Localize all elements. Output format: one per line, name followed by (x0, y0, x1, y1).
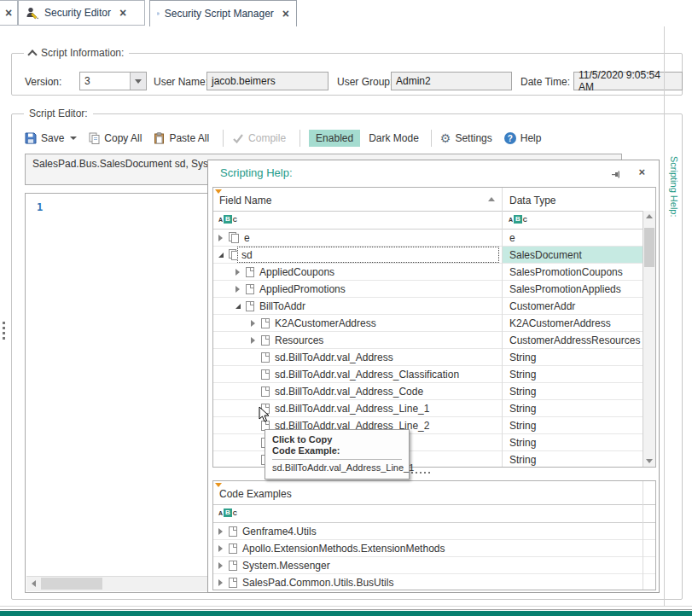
table-row[interactable]: sd.BillToAddr.val_Address_Code String (213, 383, 655, 400)
settings-button[interactable]: ⚙ Settings (440, 132, 492, 144)
tab-label: Security Editor (44, 7, 111, 19)
settings-label: Settings (455, 132, 491, 144)
table-row[interactable]: System.Messenger (213, 557, 655, 574)
page-icon (246, 301, 254, 311)
sort-ascending-icon (488, 197, 495, 201)
collapse-icon[interactable] (236, 304, 241, 309)
expand-icon[interactable] (218, 528, 223, 535)
close-icon[interactable]: × (282, 8, 289, 20)
data-type-cell: CustomerAddressResources (509, 334, 640, 346)
page-icon (261, 369, 270, 380)
panel-splitter-handle[interactable] (411, 472, 430, 474)
vertical-scrollbar[interactable] (643, 211, 655, 467)
scrollbar-thumb[interactable] (644, 228, 654, 267)
user-name-value: jacob.beimers (212, 75, 276, 87)
column-divider (643, 481, 643, 590)
expand-icon[interactable] (218, 545, 223, 552)
table-row[interactable]: Genframe4.Utils (213, 523, 655, 540)
tooltip-title: Click to Copy (272, 434, 402, 445)
tab-security-script-manager[interactable]: Security Script Manager × (149, 0, 297, 26)
table-row[interactable]: AppliedCoupons SalesPromotionCoupons (213, 264, 655, 281)
expand-icon[interactable] (251, 320, 255, 327)
close-icon[interactable]: × (119, 7, 126, 19)
page-icon (229, 578, 237, 588)
chevron-down-icon (135, 79, 142, 84)
dropdown-button[interactable] (130, 73, 146, 90)
pin-icon[interactable] (611, 170, 621, 179)
scripting-help-dock-tab[interactable]: Scripting Help: (669, 156, 679, 218)
auto-filter-row[interactable]: ABC ABC (213, 212, 655, 230)
column-header-code-examples[interactable]: Code Examples (219, 488, 292, 500)
scroll-up-icon[interactable] (646, 214, 653, 218)
table-row[interactable]: sd.BillToAddr.val_Address_Classification… (213, 366, 655, 383)
expand-icon[interactable] (218, 235, 223, 241)
table-row[interactable]: Resources CustomerAddressResources (213, 332, 655, 349)
filter-triangle-icon[interactable] (215, 189, 222, 194)
left-splitter-handle[interactable] (3, 322, 5, 340)
user-name-field[interactable]: jacob.beimers (206, 72, 329, 90)
help-button[interactable]: ? Help (504, 132, 542, 144)
page-icon (261, 335, 270, 346)
page-icon (229, 543, 237, 554)
version-label: Version: (25, 76, 61, 88)
close-icon[interactable]: × (5, 7, 12, 19)
save-button[interactable]: Save (25, 132, 77, 144)
data-type-cell: String (509, 403, 536, 415)
table-row[interactable]: K2ACustomerAddress K2ACustomerAddress (213, 315, 655, 332)
auto-filter-row[interactable]: ABC (213, 505, 655, 523)
chevron-down-icon[interactable] (70, 137, 77, 140)
table-row-hovered[interactable]: sd.BillToAddr.val_Address_Line_1 String (213, 400, 655, 417)
table-row[interactable]: sd.BillToAddr.val_Address String (213, 349, 655, 366)
filter-triangle-icon[interactable] (215, 483, 222, 487)
version-value: 3 (80, 75, 130, 87)
expand-icon[interactable] (251, 337, 255, 344)
version-select[interactable]: 3 (79, 72, 147, 90)
compile-button[interactable]: Compile (232, 132, 286, 144)
column-header-field-name[interactable]: Field Name (219, 195, 271, 206)
table-row[interactable]: e e (213, 230, 655, 247)
collapse-icon[interactable] (218, 253, 224, 258)
page-icon (261, 352, 270, 363)
scrollbar-thumb[interactable] (41, 578, 102, 590)
focused-cell[interactable]: sd (237, 247, 499, 263)
page-icon (246, 284, 254, 294)
table-row[interactable]: AppliedPromotions SalesPromotionApplieds (213, 281, 655, 298)
page-icon (261, 386, 270, 397)
table-row[interactable]: BillToAddr CustomerAddr (213, 298, 655, 315)
expand-icon[interactable] (236, 286, 240, 293)
copy-all-button[interactable]: Copy All (89, 132, 142, 144)
scroll-down-icon[interactable] (646, 459, 653, 463)
collapse-chevron-icon[interactable] (27, 49, 37, 59)
code-example-cell: Genframe4.Utils (242, 526, 317, 538)
column-header-data-type[interactable]: Data Type (509, 195, 555, 206)
expand-icon[interactable] (218, 579, 223, 586)
expand-icon[interactable] (236, 269, 240, 276)
close-icon[interactable]: × (638, 166, 645, 178)
click-to-copy-tooltip: Click to Copy Code Example: sd.BillToAdd… (265, 429, 410, 479)
enabled-label: Enabled (316, 132, 353, 144)
paste-all-button[interactable]: Paste All (154, 132, 209, 144)
data-type-cell: CustomerAddr (509, 300, 575, 312)
table-row[interactable]: SalesPad.Common.Utils.BusUtils (213, 574, 655, 590)
table-row-selected[interactable]: sd SalesDocument (213, 247, 655, 264)
paste-all-label: Paste All (169, 132, 209, 144)
tab-label: Security Script Manager (165, 8, 274, 20)
help-label: Help (520, 132, 542, 144)
enabled-toggle[interactable]: Enabled (309, 130, 360, 147)
dark-mode-toggle[interactable]: Dark Mode (363, 130, 424, 147)
data-type-cell: K2ACustomerAddress (509, 317, 611, 329)
field-name-cell: BillToAddr (259, 300, 305, 312)
table-row[interactable]: Apollo.ExtensionMethods.ExtensionMethods (213, 540, 655, 557)
check-icon (232, 133, 244, 143)
field-name-cell: AppliedPromotions (259, 283, 346, 295)
help-icon: ? (504, 132, 516, 144)
tab-security-editor[interactable]: Security Editor × (18, 0, 145, 26)
date-time-field[interactable]: 11/5/2020 9:05:54 AM (573, 72, 683, 90)
scroll-left-button[interactable] (26, 577, 41, 590)
user-group-field[interactable]: Admin2 (391, 72, 512, 90)
column-divider[interactable] (502, 188, 503, 467)
user-group-label: User Group: (337, 76, 393, 88)
tab-clipped[interactable]: × (0, 0, 18, 26)
bottom-accent-bar (0, 611, 692, 616)
expand-icon[interactable] (218, 562, 223, 569)
